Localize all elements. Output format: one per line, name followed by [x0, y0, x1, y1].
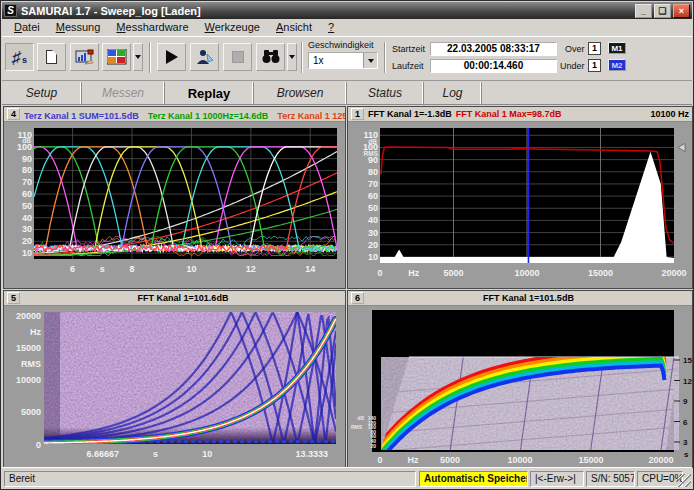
panel-fft-cursor-freq: 10100 Hz	[650, 109, 689, 119]
svg-text:30: 30	[368, 228, 378, 238]
status-erw: |<-Erw->|	[530, 471, 584, 487]
stop-icon	[232, 51, 244, 63]
title-bar[interactable]: S SAMURAI 1.7 - Sweep_log [Laden] _ ❏ ×	[2, 2, 692, 19]
svg-text:60: 60	[22, 189, 32, 199]
tab-replay[interactable]: Replay	[165, 82, 254, 104]
operator-edit-button[interactable]	[190, 43, 219, 71]
svg-text:5000: 5000	[21, 407, 41, 417]
svg-text:20: 20	[368, 240, 378, 250]
svg-text:RMS: RMS	[364, 150, 379, 157]
panel-sonogram: 5 FFT Kanal 1=101.6dB 200001500010000500…	[3, 290, 346, 468]
window-layout-button[interactable]	[102, 43, 131, 71]
binoculars-icon	[261, 49, 281, 65]
svg-text:6: 6	[683, 418, 688, 427]
menu-item-messung[interactable]: Messung	[48, 20, 109, 35]
laufzeit-field[interactable]: 00:00:14.460	[430, 59, 557, 73]
speed-combo[interactable]: 1x	[308, 52, 378, 69]
m1-button[interactable]: M1	[608, 42, 626, 54]
panel-waterfall-body: 14012010080604020RMSdB1512963s0500010000…	[348, 307, 692, 467]
svg-text:10: 10	[368, 252, 378, 262]
panel-terz-title-segments: Terz Kanal 1 SUM=101.5dBTerz Kanal 1 100…	[24, 107, 345, 122]
tab-status[interactable]: Status	[347, 82, 424, 104]
status-autosave: Automatisch Speichern	[419, 471, 528, 487]
waterfall-chart[interactable]: 14012010080604020RMSdB1512963s0500010000…	[348, 307, 692, 468]
startzeit-label: Startzeit	[392, 44, 425, 54]
svg-text:40: 40	[368, 215, 378, 225]
tab-setup[interactable]: Setup	[2, 82, 82, 104]
panel-fft-number-button[interactable]: 1	[351, 108, 364, 120]
speed-combo-arrow[interactable]	[363, 53, 377, 68]
play-button[interactable]	[157, 43, 186, 71]
app-logo-icon: S	[4, 4, 17, 17]
svg-text:Hz: Hz	[30, 327, 41, 337]
svg-text:6: 6	[70, 264, 75, 274]
menu-item-ansicht[interactable]: Ansicht	[268, 20, 320, 35]
layout-panes-icon	[107, 49, 127, 65]
layout-dropdown-arrow[interactable]	[133, 43, 143, 71]
close-button[interactable]: ×	[673, 4, 690, 18]
svg-text:3: 3	[683, 438, 688, 447]
stop-button[interactable]	[223, 43, 252, 71]
fft-chart[interactable]: 110100908070605040302010dBRMS05000100001…	[348, 123, 692, 289]
startzeit-field[interactable]: 22.03.2005 08:33:17	[430, 42, 557, 56]
svg-text:30: 30	[22, 224, 32, 234]
toolbar-separator	[384, 42, 386, 73]
svg-text:Hz: Hz	[408, 268, 419, 278]
panel-waterfall-number-button[interactable]: 6	[351, 292, 364, 304]
svg-text:♯: ♯	[11, 48, 22, 67]
samurai-logo-icon: ♯s	[9, 47, 31, 67]
laufzeit-label: Laufzeit	[392, 61, 424, 71]
svg-text:RMS: RMS	[21, 359, 41, 369]
search-button[interactable]	[256, 43, 285, 71]
tab-browsen[interactable]: Browsen	[254, 82, 347, 104]
over-count: 1	[588, 42, 601, 55]
chevron-down-icon	[368, 59, 374, 63]
over-label: Over	[565, 44, 585, 54]
svg-text:50: 50	[368, 203, 378, 213]
status-cpu: CPU=0%	[637, 471, 683, 487]
resize-grip[interactable]	[678, 474, 691, 487]
panel-terz-body: 110100908070605040302010dB68101214s	[4, 123, 345, 288]
menu-item-messhardware[interactable]: Messhardware	[108, 20, 196, 35]
svg-text:90: 90	[22, 154, 32, 164]
panel-waterfall-header: 6 FFT Kanal 1=101.5dB	[348, 291, 692, 306]
application-window: S SAMURAI 1.7 - Sweep_log [Laden] _ ❏ × …	[0, 0, 694, 490]
terz-chart[interactable]: 110100908070605040302010dB68101214s	[4, 123, 345, 289]
menu-item-?[interactable]: ?	[320, 20, 342, 35]
panel-fft-max-label: FFT Kanal 1 Max=98.7dB	[456, 109, 562, 119]
svg-text:80: 80	[368, 167, 378, 177]
tab-log[interactable]: Log	[424, 82, 482, 104]
svg-text:14: 14	[305, 264, 315, 274]
menu-item-datei[interactable]: Datei	[6, 20, 48, 35]
under-label: Under	[560, 61, 585, 71]
sonogram-chart[interactable]: 20000150001000050000HzRMS6.666671013.333…	[4, 307, 345, 468]
svg-text:RMS: RMS	[351, 424, 363, 430]
svg-text:15000: 15000	[16, 343, 41, 353]
svg-text:s: s	[153, 449, 158, 459]
m2-button[interactable]: M2	[608, 59, 626, 71]
panel-terz-header: 4 Terz Kanal 1 SUM=101.5dBTerz Kanal 1 1…	[4, 107, 345, 122]
play-icon	[166, 50, 178, 64]
samurai-mode-button[interactable]: ♯s	[5, 43, 34, 71]
panel-terz-number-button[interactable]: 4	[7, 108, 20, 120]
svg-text:15: 15	[683, 356, 692, 365]
svg-text:80: 80	[22, 165, 32, 175]
svg-text:9: 9	[683, 397, 688, 406]
maximize-button[interactable]: ❏	[654, 4, 671, 18]
window-title: SAMURAI 1.7 - Sweep_log [Laden]	[21, 5, 633, 17]
tab-messen[interactable]: Messen	[82, 82, 165, 104]
svg-text:10000: 10000	[16, 375, 41, 385]
minimize-button[interactable]: _	[635, 4, 652, 18]
svg-text:0: 0	[377, 268, 382, 278]
person-pen-icon	[195, 48, 215, 66]
search-dropdown-arrow[interactable]	[287, 43, 297, 71]
svg-text:8: 8	[130, 264, 135, 274]
new-document-button[interactable]	[37, 43, 66, 71]
measure-hardware-button[interactable]	[70, 43, 99, 71]
svg-text:70: 70	[22, 177, 32, 187]
panel-sonogram-number-button[interactable]: 5	[7, 292, 20, 304]
menu-item-werkzeuge[interactable]: Werkzeuge	[197, 20, 268, 35]
panel-sonogram-header: 5 FFT Kanal 1=101.6dB	[4, 291, 345, 306]
svg-text:20: 20	[22, 236, 32, 246]
svg-text:s: s	[684, 450, 689, 459]
